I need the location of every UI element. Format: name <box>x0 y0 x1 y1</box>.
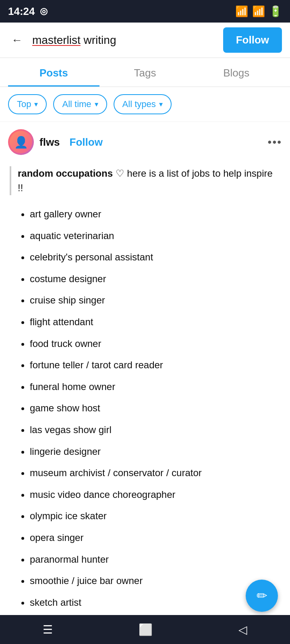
list-item: cruise ship singer <box>30 289 280 311</box>
back-button[interactable]: ← <box>8 31 26 50</box>
tab-blogs[interactable]: Blogs <box>191 58 282 87</box>
post-username[interactable]: flws <box>39 136 60 149</box>
list-item: las vegas show girl <box>30 419 280 441</box>
header: ← masterlist writing Follow <box>0 23 290 58</box>
list-item: lingerie designer <box>30 441 280 462</box>
list-item: food truck owner <box>30 333 280 355</box>
compose-icon: ✏ <box>257 588 267 603</box>
search-title: masterlist writing <box>32 34 217 47</box>
list-item: aquatic veterinarian <box>30 225 280 247</box>
list-item: funeral home owner <box>30 376 280 398</box>
list-item: sketch artist <box>30 592 280 613</box>
post-content: random occupations ♡ here is a list of j… <box>0 162 290 643</box>
status-time: 14:24 <box>8 5 35 18</box>
menu-icon[interactable]: ☰ <box>43 623 53 636</box>
list-item: museum archivist / conservator / curator <box>30 462 280 484</box>
post-follow-link[interactable]: Follow <box>70 136 103 149</box>
filter-row: Top ▾ All time ▾ All types ▾ <box>0 87 290 122</box>
filter-alltypes[interactable]: All types ▾ <box>114 94 172 114</box>
chevron-down-icon: ▾ <box>95 100 98 109</box>
list-item: music video dance choreographer <box>30 484 280 506</box>
list-item: celebrity's personal assistant <box>30 246 280 268</box>
post-quote-bar: random occupations ♡ here is a list of j… <box>10 166 280 195</box>
tabs-container: Posts Tags Blogs <box>0 58 290 87</box>
list-item: olympic ice skater <box>30 505 280 527</box>
list-item: opera singer <box>30 527 280 549</box>
filter-top[interactable]: Top ▾ <box>8 94 47 114</box>
list-item: smoothie / juice bar owner <box>30 570 280 592</box>
list-item: costume designer <box>30 268 280 290</box>
home-icon[interactable]: ⬜ <box>139 623 153 636</box>
search-query-rest: writing <box>84 34 116 46</box>
post-intro: random occupations ♡ here is a list of j… <box>18 166 280 195</box>
bottom-nav: ☰ ⬜ ◁ <box>0 615 290 644</box>
compose-fab[interactable]: ✏ <box>246 580 278 612</box>
status-right: 📶 📶 🔋 <box>235 5 282 18</box>
signal-icon: 📶 <box>252 5 265 18</box>
post-more-button[interactable]: ••• <box>268 136 282 149</box>
tab-tags[interactable]: Tags <box>99 58 191 87</box>
battery-icon: 🔋 <box>269 5 282 18</box>
list-item: fortune teller / tarot card reader <box>30 354 280 376</box>
post-header: 👤 flws Follow ••• <box>0 122 290 162</box>
chevron-down-icon: ▾ <box>159 100 163 109</box>
search-query-underlined: masterlist <box>32 34 81 46</box>
filter-alltime[interactable]: All time ▾ <box>53 94 107 114</box>
back-nav-icon[interactable]: ◁ <box>238 623 247 636</box>
list-item: paranormal hunter <box>30 549 280 570</box>
status-bar: 14:24 ◎ 📶 📶 🔋 <box>0 0 290 23</box>
list-item: game show host <box>30 397 280 419</box>
tab-posts[interactable]: Posts <box>8 58 99 87</box>
follow-button[interactable]: Follow <box>223 27 282 53</box>
list-item: art gallery owner <box>30 203 280 225</box>
chevron-down-icon: ▾ <box>34 100 38 109</box>
status-left: 14:24 ◎ <box>8 5 48 18</box>
shazam-icon: ◎ <box>40 6 48 17</box>
avatar[interactable]: 👤 <box>8 129 34 155</box>
list-item: flight attendant <box>30 311 280 333</box>
occupation-list: art gallery owneraquatic veterinariancel… <box>10 203 280 635</box>
wifi-icon: 📶 <box>235 5 248 18</box>
